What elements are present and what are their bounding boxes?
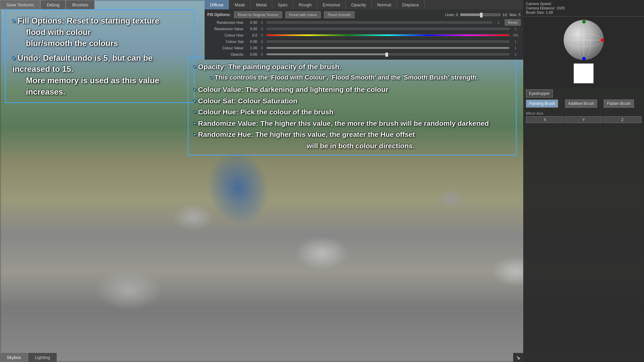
tab-mask[interactable]: Mask bbox=[229, 0, 251, 9]
randomize-hue-help-line1: •Randomize Hue: The higher this value, t… bbox=[194, 129, 511, 140]
undo-help-sub: More memory is used as this value increa… bbox=[26, 75, 187, 97]
main-help-panel: •Opacity: The painting opacity of the br… bbox=[184, 54, 520, 159]
colour-sat-value: 0.00 bbox=[246, 40, 257, 44]
colour-hue-slider[interactable] bbox=[267, 34, 509, 36]
colour-hue-row: Colour Hue: 0.0 0 360 bbox=[207, 32, 521, 38]
colour-value-help: •Colour Value: The darkening and lighten… bbox=[194, 84, 511, 95]
fill-options-help-flood: flood with colour bbox=[26, 26, 187, 38]
main-help-border: •Opacity: The painting opacity of the br… bbox=[188, 57, 517, 156]
flood-with-colour-button[interactable]: Flood with colour bbox=[285, 11, 321, 18]
fill-options-label: Fill Options: bbox=[207, 12, 231, 17]
randomize-value-label: Randomize Value: bbox=[207, 27, 244, 31]
fill-options-help-blur: blur/smooth the colours bbox=[26, 38, 187, 49]
left-help-border: • Fill Options: Reset to starting textur… bbox=[5, 9, 195, 103]
opacity-max: 1 bbox=[511, 53, 521, 56]
colour-hue-value: 0.0 bbox=[246, 33, 257, 37]
colour-hue-label: Colour Hue: bbox=[207, 33, 244, 37]
debug-button[interactable]: Debug bbox=[40, 0, 66, 9]
top-toolbar: Save Textures Debug Brushes bbox=[0, 0, 205, 9]
opacity-row: Opacity: 0.50 0 1 bbox=[207, 51, 521, 57]
camera-info: Camera Speed: Camera Distance: 1020 Brus… bbox=[523, 0, 644, 16]
colour-hue-help: •Colour Hue: Pick the colour of the brus… bbox=[194, 106, 511, 118]
brush-size-info: Brush Size: 1.00 bbox=[526, 10, 641, 14]
axis-x-button[interactable]: X bbox=[526, 116, 564, 123]
opacity-min: 0 bbox=[259, 53, 265, 56]
colour-value-value: 1.00 bbox=[246, 46, 257, 50]
opacity-label: Opacity: bbox=[207, 52, 244, 56]
eyedropper-button[interactable]: Eyedropper bbox=[526, 89, 553, 98]
colour-value-max: 1 bbox=[511, 46, 521, 50]
colour-hue-min: 0 bbox=[259, 34, 265, 37]
undo-help-title: • Undo: Default undo is 5, but can be in… bbox=[12, 52, 187, 75]
tab-spec[interactable]: Spec bbox=[272, 0, 293, 9]
additive-brush-button[interactable]: Additive Brush bbox=[565, 100, 597, 108]
randomize-hue-slider[interactable] bbox=[267, 21, 492, 23]
colour-value-row: Colour Value: 1.00 0 1 bbox=[207, 45, 521, 51]
randomize-value-min: 0 bbox=[259, 27, 265, 31]
randomize-hue-label: Randomize Hue: bbox=[207, 20, 244, 24]
brush-buttons: Painting Brush Additive Brush Flatten Br… bbox=[523, 99, 644, 109]
material-sphere bbox=[564, 20, 604, 60]
right-panel: Camera Speed: Camera Distance: 1020 Brus… bbox=[523, 0, 644, 362]
randomize-hue-value: 0.00 bbox=[246, 20, 257, 24]
colour-sat-label: Colour Sat: bbox=[207, 40, 244, 44]
axis-y-button[interactable]: Y bbox=[565, 116, 603, 123]
painting-brush-button[interactable]: Painting Brush bbox=[526, 100, 558, 108]
randomize-value-help: •Randomize Value: The higher this value,… bbox=[194, 118, 511, 129]
undo-slider[interactable] bbox=[460, 13, 500, 16]
colour-sat-row: Colour Sat: 0.00 0 1 bbox=[207, 39, 521, 45]
colour-sat-slider[interactable] bbox=[267, 41, 509, 43]
randomize-hue-help-line2: will be in both colour directions. bbox=[210, 140, 511, 152]
randomize-value-value: 0.00 bbox=[246, 27, 257, 31]
randomize-value-max: 1 bbox=[511, 27, 521, 31]
save-textures-button[interactable]: Save Textures bbox=[0, 0, 40, 9]
tab-emissive[interactable]: Emissive bbox=[317, 0, 346, 9]
randomize-value-row: Randomize Value: 0.00 0 1 bbox=[207, 26, 521, 32]
mirror-axis-buttons: X Y Z bbox=[526, 116, 641, 123]
camera-distance-info: Camera Distance: 1020 bbox=[526, 6, 641, 10]
left-help-panel: • Fill Options: Reset to starting textur… bbox=[5, 9, 195, 106]
colour-hue-max: 360 bbox=[511, 34, 521, 37]
tab-skybox[interactable]: Skybox bbox=[0, 353, 28, 362]
color-swatch[interactable] bbox=[574, 63, 594, 83]
tab-opacity[interactable]: Opacity bbox=[346, 0, 372, 9]
tab-lighting[interactable]: Lighting bbox=[28, 353, 57, 362]
brushes-button[interactable]: Brushes bbox=[66, 0, 95, 9]
opacity-help: •Opacity: The painting opacity of the br… bbox=[194, 61, 511, 72]
tab-displace[interactable]: Displace bbox=[397, 0, 425, 9]
reset-to-original-button[interactable]: Reset to Original Texture bbox=[234, 11, 282, 18]
undo-label: Undo: 0 bbox=[445, 13, 458, 17]
opacity-sub-help: •This controlls the 'Flood with Colour',… bbox=[210, 72, 511, 82]
colour-sat-min: 0 bbox=[259, 40, 265, 44]
sphere-container bbox=[523, 16, 644, 88]
colour-value-label: Colour Value: bbox=[207, 46, 244, 50]
randomize-hue-min: 0 bbox=[259, 21, 265, 24]
undo-max: Max: 5 bbox=[509, 13, 521, 17]
tab-diffuse[interactable]: Diffuse bbox=[205, 0, 229, 9]
reset-button[interactable]: Reset bbox=[505, 19, 521, 25]
eyedropper-btn-container: Eyedropper bbox=[523, 88, 644, 99]
fill-options-help-title: • Fill Options: Reset to starting textur… bbox=[12, 15, 187, 26]
mirror-axis-label: Mirror Axis bbox=[526, 111, 641, 115]
corner-icon[interactable] bbox=[513, 353, 523, 362]
colour-value-slider[interactable] bbox=[267, 47, 509, 49]
randomize-value-slider[interactable] bbox=[267, 28, 509, 30]
colour-value-min: 0 bbox=[259, 46, 265, 50]
colour-sat-help: •Colour Sat: Colour Saturation bbox=[194, 95, 511, 107]
randomize-hue-max: 1 bbox=[493, 21, 503, 24]
tab-rough[interactable]: Rough bbox=[293, 0, 317, 9]
flood-smooth-button[interactable]: Flood Smooth bbox=[324, 11, 354, 18]
camera-speed-info: Camera Speed: bbox=[526, 2, 641, 6]
bottom-tabs: Skybox Lighting bbox=[0, 353, 84, 362]
tab-normal[interactable]: Normal bbox=[372, 0, 397, 9]
tab-metal[interactable]: Metal bbox=[251, 0, 272, 9]
undo-fraction: 1/2 bbox=[502, 13, 507, 17]
opacity-value: 0.50 bbox=[246, 52, 257, 56]
axis-z-button[interactable]: Z bbox=[603, 116, 641, 123]
fill-options-panel: Fill Options: Reset to Original Texture … bbox=[205, 9, 523, 60]
colour-sat-max: 1 bbox=[511, 40, 521, 44]
randomize-hue-row: Randomize Hue: 0.00 0 1 Reset bbox=[207, 19, 521, 25]
opacity-slider[interactable] bbox=[267, 53, 509, 55]
flatten-brush-button[interactable]: Flatten Brush bbox=[604, 100, 634, 108]
svg-point-8 bbox=[582, 57, 586, 60]
